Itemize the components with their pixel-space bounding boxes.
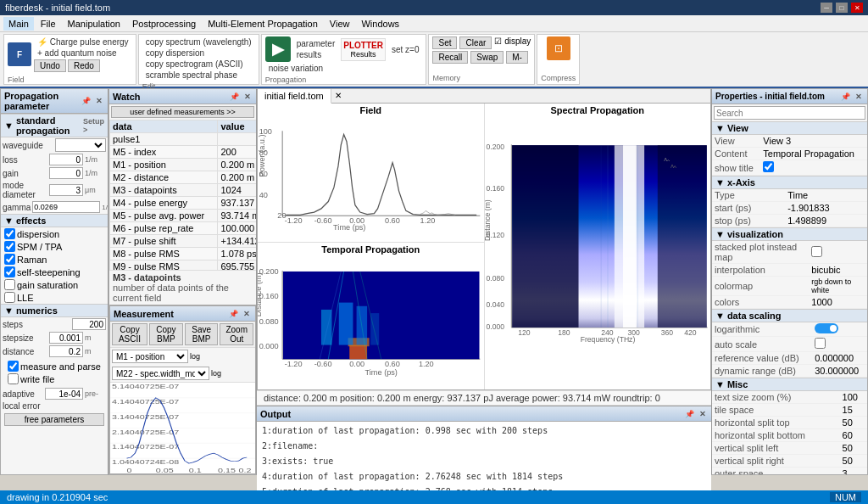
prop-pin[interactable]: 📌 (839, 92, 852, 101)
gamma-label: gamma (3, 203, 31, 212)
watch-pin[interactable]: 📌 (228, 92, 241, 101)
viz-section[interactable]: ▼visualization (712, 227, 867, 241)
menu-postprocessing[interactable]: Postprocessing (127, 17, 201, 31)
gain-sat-check[interactable] (4, 279, 15, 290)
ribbon-results[interactable]: results (293, 49, 339, 60)
plot-tabs: initial field.tom ✕ (258, 89, 710, 104)
section-numerics[interactable]: ▼numerics (1, 304, 108, 317)
mode-diameter-input[interactable] (49, 184, 83, 196)
statusbar: drawing in 0.210904 sec NUM (0, 490, 868, 504)
measurement-dropdown2: M22 - spec.width_mq.m log (110, 365, 255, 382)
undo-button[interactable]: Undo (34, 59, 66, 72)
minimize-button[interactable]: ─ (821, 3, 832, 13)
x-axis-section[interactable]: ▼x-Axis (712, 176, 867, 189)
write-file-check[interactable] (8, 373, 19, 384)
raman-check[interactable] (4, 254, 15, 265)
save-bmp-button[interactable]: Save BMP (185, 323, 219, 345)
ribbon-copy-spectrogram[interactable]: copy spectrogram (ASCII) (142, 59, 255, 70)
dispersion-check[interactable] (4, 228, 15, 239)
menu-multi-element[interactable]: Multi-Element Propagation (203, 17, 323, 31)
copy-bmp-button[interactable]: Copy BMP (149, 323, 183, 345)
ribbon-copy-dispersion[interactable]: copy dispersion (142, 48, 255, 59)
waveguide-select[interactable] (55, 138, 106, 152)
ribbon-add-quantum[interactable]: + add quantum noise (34, 48, 132, 59)
output-pin[interactable]: 📌 (683, 410, 696, 418)
plot-tab-initial[interactable]: initial field.tom (258, 89, 331, 104)
output-close[interactable]: ✕ (698, 410, 708, 418)
misc-section[interactable]: ▼Misc (712, 378, 867, 391)
plot-status-text: distance: 0.200 m position: 0.200 m ener… (264, 393, 660, 403)
lle-check[interactable] (4, 292, 15, 303)
m22-select[interactable]: M22 - spec.width_mq.m (112, 367, 209, 380)
setup-button[interactable]: Setup > (83, 117, 104, 134)
spm-check[interactable] (4, 241, 15, 252)
loss-input[interactable] (49, 154, 83, 165)
clear-button[interactable]: Clear (459, 36, 492, 49)
show-title-check[interactable] (763, 161, 774, 172)
plotter-results: Results (351, 50, 376, 59)
m1-select[interactable]: M1 - position (112, 350, 188, 363)
maximize-button[interactable]: □ (836, 3, 848, 13)
waveguide-label: waveguide (3, 141, 53, 150)
data-scaling-section[interactable]: ▼data scaling (712, 309, 867, 322)
auto-scale-check[interactable] (815, 338, 826, 349)
adaptive-input[interactable] (45, 388, 83, 400)
plots-area: Field Power (a.u.) 100 80 60 40 (258, 104, 710, 389)
section-standard[interactable]: ▼ standard propagation Setup > (1, 114, 108, 137)
tab-close-icon[interactable]: ✕ (331, 89, 345, 103)
swap-button[interactable]: Swap (470, 51, 504, 64)
m-button[interactable]: M- (506, 51, 528, 64)
zoom-out-button[interactable]: Zoom Out (220, 323, 253, 345)
ribbon-noise-variation[interactable]: noise variation (265, 63, 326, 74)
gamma-input[interactable] (32, 201, 100, 213)
prop-close[interactable]: ✕ (854, 92, 864, 101)
compress-icon[interactable]: ⊡ (547, 36, 570, 60)
search-input[interactable] (714, 106, 865, 120)
section-effects[interactable]: ▼effects (1, 214, 108, 227)
main-content: Propagation parameter 📌 ✕ ▼ standard pro… (0, 88, 868, 475)
menu-view[interactable]: View (325, 17, 355, 31)
menu-file[interactable]: File (36, 17, 61, 31)
gain-sat-row: gain saturation (1, 278, 108, 291)
properties-scroll[interactable]: ▼View ViewView 3 ContentTemporal Propaga… (712, 121, 867, 474)
gain-input[interactable] (49, 167, 83, 179)
meas-close[interactable]: ✕ (242, 310, 252, 318)
menu-manipulation[interactable]: Manipulation (63, 17, 125, 31)
distance-input[interactable] (49, 345, 83, 357)
ribbon-charge-pulse[interactable]: ⚡ Charge pulse energy (34, 36, 132, 48)
free-params-button[interactable]: free parameters (4, 413, 104, 426)
start-button[interactable]: ▶ (265, 36, 291, 62)
section-effects-label: effects (16, 216, 46, 226)
ribbon-set-z[interactable]: set z=0 (388, 44, 423, 55)
copy-ascii-button[interactable]: Copy ASCII (112, 323, 147, 345)
svg-text:4.14040725E-07: 4.14040725E-07 (112, 399, 179, 405)
steps-input[interactable] (72, 318, 106, 330)
ribbon-copy-spectrum[interactable]: copy spectrum (wavelength) (142, 36, 255, 48)
watch-panel: Watch 📌 ✕ user defined measurements >> d… (108, 88, 257, 475)
svg-text:0.05: 0.05 (156, 468, 174, 473)
close-button[interactable]: ✕ (851, 3, 863, 13)
stepsize-input[interactable] (49, 332, 83, 344)
view-section[interactable]: ▼View (712, 121, 867, 135)
propagation-scroll[interactable]: ▼ standard propagation Setup > waveguide… (1, 114, 108, 474)
measure-parse-check[interactable] (8, 361, 19, 372)
watch-table-row: M7 - pulse shift+134.412 fs (110, 235, 257, 248)
meas-pin[interactable]: 📌 (227, 310, 240, 318)
ribbon-propagation-label: Propagation (265, 74, 307, 84)
stacked-check[interactable] (811, 246, 822, 257)
menu-main[interactable]: Main (3, 17, 34, 31)
user-defined-button[interactable]: user defined measurements >> (111, 106, 254, 118)
ribbon-parameter[interactable]: parameter (293, 38, 339, 49)
ribbon-scramble[interactable]: scramble spectral phase (142, 70, 255, 81)
watch-close[interactable]: ✕ (242, 92, 253, 101)
prop-panel-pin[interactable]: 📌 (80, 97, 92, 105)
prop-panel-close[interactable]: ✕ (94, 97, 104, 105)
write-file-label: write file (20, 374, 54, 384)
recall-button[interactable]: Recall (432, 51, 468, 64)
log-toggle[interactable] (815, 323, 838, 333)
set-button[interactable]: Set (432, 36, 457, 49)
watch-scroll[interactable]: data value pulse1M5 - index200M1 - posit… (109, 120, 256, 270)
self-steep-check[interactable] (4, 266, 15, 277)
menu-windows[interactable]: Windows (356, 17, 404, 31)
redo-button[interactable]: Redo (68, 59, 100, 72)
